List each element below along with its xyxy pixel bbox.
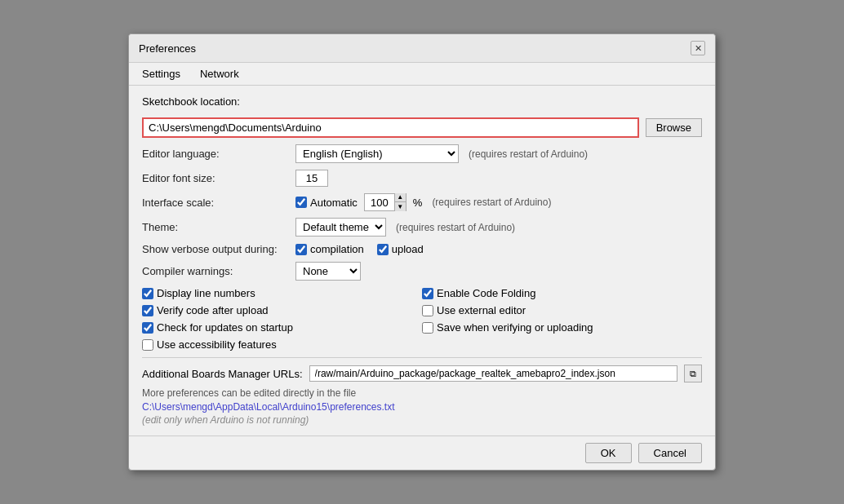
save-verifying-label: Save when verifying or uploading — [437, 321, 593, 334]
editor-language-label: Editor language: — [142, 148, 289, 160]
editor-font-size-label: Editor font size: — [142, 172, 289, 184]
verify-code-label: Verify code after upload — [157, 304, 269, 316]
scale-note: (requires restart of Arduino) — [432, 197, 551, 208]
automatic-checkbox-wrap: Automatic — [295, 197, 358, 209]
check-updates-label: Check for updates on startup — [157, 321, 293, 334]
sketchbook-input[interactable] — [142, 117, 639, 138]
automatic-checkbox[interactable] — [295, 197, 307, 208]
compilation-label: compilation — [310, 243, 364, 255]
upload-label: upload — [392, 243, 424, 255]
theme-label: Theme: — [142, 221, 289, 233]
right-checkboxes: Enable Code Folding Use external editor … — [422, 287, 702, 351]
menu-settings[interactable]: Settings — [139, 66, 184, 82]
code-folding-label: Enable Code Folding — [437, 287, 535, 299]
upload-checkbox[interactable] — [377, 244, 389, 255]
browse-button[interactable]: Browse — [646, 118, 702, 137]
display-line-numbers-checkbox[interactable] — [142, 288, 153, 299]
file-info-line3: (edit only when Arduino is not running) — [142, 414, 702, 426]
verbose-output-row: Show verbose output during: compilation … — [142, 243, 702, 255]
accessibility-label: Use accessibility features — [157, 338, 277, 351]
compiler-warnings-select[interactable]: NoneDefaultMoreAll — [295, 262, 361, 281]
compilation-checkbox-wrap: compilation — [295, 243, 364, 255]
close-button[interactable]: ✕ — [691, 41, 705, 55]
accessibility-wrap: Use accessibility features — [142, 338, 422, 351]
additional-urls-button[interactable]: ⧉ — [684, 365, 702, 382]
display-line-numbers-label: Display line numbers — [157, 287, 255, 299]
scale-input[interactable] — [365, 194, 394, 210]
code-folding-wrap: Enable Code Folding — [422, 287, 702, 299]
stepper-buttons: ▲ ▼ — [394, 193, 406, 211]
file-info-line1: More preferences can be edited directly … — [142, 387, 702, 399]
compiler-warnings-row: Compiler warnings: NoneDefaultMoreAll — [142, 262, 702, 281]
automatic-label: Automatic — [310, 197, 358, 209]
content-area: Sketchbook location: Browse Editor langu… — [129, 86, 715, 435]
menu-network[interactable]: Network — [197, 66, 242, 82]
cancel-button[interactable]: Cancel — [638, 443, 702, 463]
file-info: More preferences can be edited directly … — [142, 387, 702, 426]
verify-code-checkbox[interactable] — [142, 305, 153, 316]
additional-urls-row: Additional Boards Manager URLs: ⧉ — [142, 365, 702, 382]
editor-language-row: Editor language: English (English)System… — [142, 144, 702, 163]
theme-note: (requires restart of Arduino) — [396, 222, 515, 233]
scale-down-button[interactable]: ▼ — [394, 202, 406, 211]
save-verifying-wrap: Save when verifying or uploading — [422, 321, 702, 334]
editor-language-select[interactable]: English (English)System Default — [295, 144, 459, 163]
menu-bar: Settings Network — [129, 63, 715, 86]
verify-code-wrap: Verify code after upload — [142, 304, 422, 316]
external-editor-label: Use external editor — [437, 304, 526, 316]
preferences-dialog: Preferences ✕ Settings Network Sketchboo… — [128, 33, 716, 471]
editor-font-size-row: Editor font size: — [142, 170, 702, 187]
theme-select[interactable]: Default theme — [295, 218, 386, 237]
code-folding-checkbox[interactable] — [422, 288, 433, 299]
compiler-warnings-label: Compiler warnings: — [142, 265, 289, 277]
dialog-title: Preferences — [139, 42, 196, 55]
compilation-checkbox[interactable] — [295, 244, 307, 255]
divider — [142, 357, 702, 358]
scale-stepper: ▲ ▼ — [364, 193, 406, 211]
percent-label: % — [413, 197, 423, 209]
interface-scale-row: Interface scale: Automatic ▲ ▼ % (requir… — [142, 193, 702, 211]
check-updates-checkbox[interactable] — [142, 322, 153, 334]
additional-urls-label: Additional Boards Manager URLs: — [142, 368, 303, 380]
ok-button[interactable]: OK — [585, 443, 632, 463]
sketchbook-section: Sketchbook location: Browse — [142, 95, 702, 138]
checkboxes-section: Display line numbers Verify code after u… — [142, 287, 702, 351]
dialog-footer: OK Cancel — [129, 435, 715, 470]
display-line-numbers-wrap: Display line numbers — [142, 287, 422, 299]
file-info-line2[interactable]: C:\Users\mengd\AppData\Local\Arduino15\p… — [142, 401, 395, 413]
scale-up-button[interactable]: ▲ — [394, 193, 406, 202]
interface-scale-label: Interface scale: — [142, 197, 289, 209]
editor-font-size-input[interactable] — [295, 170, 328, 187]
check-updates-wrap: Check for updates on startup — [142, 321, 422, 334]
editor-language-note: (requires restart of Arduino) — [469, 148, 588, 160]
sketchbook-input-row: Browse — [142, 117, 702, 138]
sketchbook-label: Sketchbook location: — [142, 95, 240, 108]
save-verifying-checkbox[interactable] — [422, 322, 433, 334]
theme-row: Theme: Default theme (requires restart o… — [142, 218, 702, 237]
additional-urls-input[interactable] — [309, 365, 677, 382]
title-bar: Preferences ✕ — [129, 34, 715, 63]
accessibility-checkbox[interactable] — [142, 339, 153, 351]
upload-checkbox-wrap: upload — [377, 243, 424, 255]
verbose-label: Show verbose output during: — [142, 243, 289, 255]
external-editor-checkbox[interactable] — [422, 305, 433, 316]
left-checkboxes: Display line numbers Verify code after u… — [142, 287, 422, 351]
external-editor-wrap: Use external editor — [422, 304, 702, 316]
